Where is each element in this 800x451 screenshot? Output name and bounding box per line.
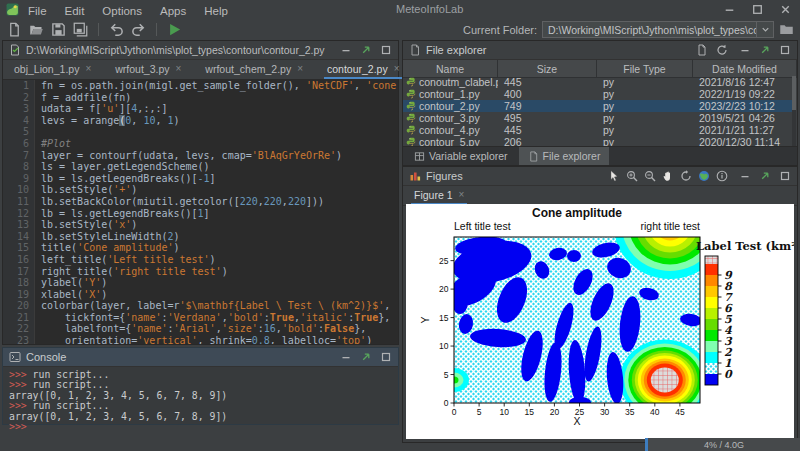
column-header-file-type[interactable]: File Type: [597, 60, 693, 77]
file-name: conoutm_clabel.py: [419, 76, 498, 88]
minimize-icon[interactable]: [340, 44, 352, 56]
x-tick-label: 5: [477, 407, 482, 417]
undo-icon[interactable]: [109, 22, 124, 37]
file-size: 445: [498, 124, 597, 136]
code-line: 10lb.setStyle('+'): [3, 184, 398, 196]
rotate-icon[interactable]: [680, 170, 692, 182]
editor-tab-contour-2-py[interactable]: contour_2.py×: [324, 60, 403, 79]
browse-folder-button[interactable]: [779, 22, 794, 37]
current-folder-combobox[interactable]: D:\Working\MIScript\Jython\mis\plot_type…: [542, 21, 774, 38]
editor-file-path: D:\Working\MIScript\Jython\mis\plot_type…: [26, 44, 329, 56]
editor-tab-obj-lion-1-py[interactable]: obj_Lion_1.py×: [11, 60, 94, 79]
close-icon[interactable]: ×: [394, 63, 400, 74]
float-icon[interactable]: [360, 44, 372, 56]
table-row[interactable]: contour_2.py749py2023/2/23 10:12: [403, 100, 792, 112]
column-header-date-modified[interactable]: Date Modified: [693, 60, 797, 77]
code-area[interactable]: 1fn = os.path.join(migl.get_sample_folde…: [3, 79, 398, 344]
close-icon[interactable]: ×: [85, 63, 91, 74]
maximize-icon[interactable]: [779, 44, 791, 56]
file-explorer-actions: [696, 44, 728, 56]
window-title: MeteoInfoLab: [396, 3, 463, 15]
minimize-icon[interactable]: [739, 170, 751, 182]
new-file-icon[interactable]: [7, 22, 22, 37]
maximize-icon[interactable]: [380, 351, 392, 363]
combo-dropdown-button[interactable]: [756, 22, 773, 37]
menu-options[interactable]: Options: [93, 5, 151, 17]
y-tick-label: 25: [439, 256, 449, 266]
file-table-rows: conoutm_clabel.py445py2021/8/16 12:47con…: [403, 76, 792, 149]
table-row[interactable]: contour_3.py495py2019/5/21 04:26: [403, 112, 792, 124]
file-name: contour_2.py: [419, 100, 480, 112]
editor-tab-wrfout-chem-2-py[interactable]: wrfout_chem_2.py×: [202, 60, 306, 79]
maximize-icon[interactable]: [751, 3, 764, 16]
menu-apps[interactable]: Apps: [151, 5, 195, 17]
zoom-in-icon[interactable]: [626, 170, 638, 182]
console-panel: Console >>> run script...>>> run script.…: [2, 347, 399, 425]
menu-file[interactable]: File: [19, 5, 56, 17]
scrollbar-thumb[interactable]: [792, 76, 796, 110]
new-file-icon[interactable]: [696, 44, 708, 56]
pointer-icon[interactable]: [608, 170, 620, 182]
float-icon[interactable]: [759, 44, 771, 56]
float-icon[interactable]: [759, 170, 771, 182]
tab-file-explorer[interactable]: File explorer: [519, 147, 610, 165]
memory-status-badge: 4% / 4.0G: [645, 438, 800, 451]
editor-tab-wrfout-3-py[interactable]: wrfout_3.py×: [112, 60, 184, 79]
y-tick-label: 15: [439, 313, 449, 323]
redo-icon[interactable]: [131, 22, 146, 37]
minimize-icon[interactable]: [723, 3, 736, 16]
run-icon[interactable]: [167, 22, 182, 37]
line-number: 17: [3, 266, 35, 278]
table-row[interactable]: conoutm_clabel.py445py2021/8/16 12:47: [403, 76, 792, 88]
save-icon[interactable]: [51, 22, 66, 37]
menu-help[interactable]: Help: [195, 5, 237, 17]
save-all-icon[interactable]: [73, 22, 88, 37]
float-icon[interactable]: [360, 351, 372, 363]
close-icon[interactable]: [779, 3, 792, 16]
code-line: 8ls = layer.getLegendScheme(): [3, 161, 398, 173]
file-size: 400: [498, 88, 597, 100]
figure-canvas[interactable]: 051015202530354045 0510152025 9876543210…: [406, 204, 794, 439]
tab-label: wrfout_3.py: [115, 63, 169, 75]
close-icon[interactable]: ×: [176, 63, 182, 74]
code-line: 16left_title('Left title test'): [3, 254, 398, 266]
column-header-size[interactable]: Size: [498, 60, 597, 77]
console-prompt: >>>: [9, 369, 27, 380]
open-folder-icon[interactable]: [29, 22, 44, 37]
line-number: 20: [3, 300, 35, 312]
close-icon[interactable]: ×: [297, 63, 303, 74]
refresh-icon[interactable]: [716, 44, 728, 56]
code-line: 6#Plot: [3, 138, 398, 150]
file-size: 495: [498, 112, 597, 124]
plot-title: Cone amplitude: [532, 206, 622, 220]
line-number: 5: [3, 126, 35, 138]
file-table-scrollbar[interactable]: [792, 76, 796, 149]
tab-variable-explorer[interactable]: Variable explorer: [405, 147, 517, 165]
pan-hand-icon[interactable]: [662, 170, 674, 182]
tab-label: wrfout_chem_2.py: [205, 63, 291, 75]
figures-icon: [409, 170, 421, 182]
console-output[interactable]: >>> run script...>>> run script...array(…: [3, 367, 398, 432]
code-line: 18ylabel('Y'): [3, 277, 398, 289]
colorbar: 9876543210: [705, 256, 733, 385]
code-line: 7layer = contourf(udata, levs, cmap='BlA…: [3, 150, 398, 162]
menu-edit[interactable]: Edit: [56, 5, 94, 17]
file-explorer-panel: File explorer NameSizeFile TypeDate Modi…: [402, 40, 798, 166]
figure-tab-figure-1[interactable]: Figure 1×: [411, 186, 467, 205]
globe-icon[interactable]: [698, 170, 710, 182]
file-name: contour_4.py: [419, 124, 480, 136]
x-axis-label: X: [573, 415, 580, 427]
maximize-icon[interactable]: [779, 170, 791, 182]
column-header-name[interactable]: Name: [403, 60, 498, 77]
close-icon[interactable]: ×: [459, 189, 465, 200]
minimize-icon[interactable]: [739, 44, 751, 56]
file-explorer-titlebar: File explorer: [403, 41, 797, 60]
minimize-icon[interactable]: [340, 351, 352, 363]
file-explorer-icon: [409, 44, 421, 56]
table-row[interactable]: contour_1.py400py2022/1/19 09:22: [403, 88, 792, 100]
info-icon[interactable]: [716, 170, 728, 182]
line-number: 7: [3, 150, 35, 162]
maximize-icon[interactable]: [380, 44, 392, 56]
zoom-out-icon[interactable]: [644, 170, 656, 182]
table-row[interactable]: contour_4.py445py2021/1/21 11:27: [403, 124, 792, 136]
